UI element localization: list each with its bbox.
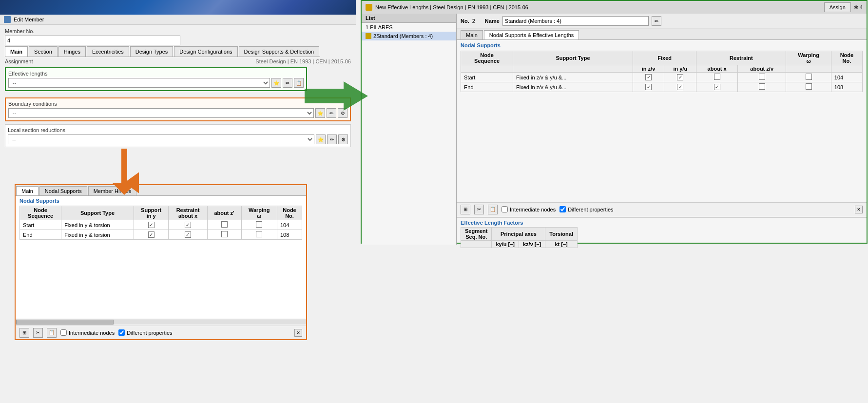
- td-start-w: [241, 220, 277, 230]
- no-label: No.: [461, 18, 469, 24]
- tab-eccentricities[interactable]: Eccentricities: [87, 46, 129, 57]
- nth-about-zv: about z/v: [737, 65, 786, 73]
- table-row: Start Fixed in y & torsion 104: [20, 220, 302, 230]
- cb-new-start-yu[interactable]: [677, 74, 683, 80]
- different-properties-cb-new[interactable]: [559, 206, 566, 212]
- nodal-panel-orange-tabs: Main Nodal Supports Member Hinges: [16, 185, 306, 196]
- name-edit-btn[interactable]: ✏: [652, 16, 661, 26]
- svg-marker-4: [305, 81, 368, 111]
- boundary-conditions-label: Boundary conditions: [8, 101, 347, 107]
- cb-start-y[interactable]: [148, 222, 154, 228]
- nodal-tab-main[interactable]: Main: [16, 186, 39, 195]
- edit-member-titlebar: Edit Member: [0, 15, 356, 25]
- cb-new-start-ax[interactable]: [714, 74, 720, 80]
- tab-design-supports[interactable]: Design Supports & Deflection: [239, 46, 320, 57]
- intermediate-nodes-cb-new[interactable]: [502, 206, 508, 212]
- effective-lengths-btn2[interactable]: ✏: [283, 78, 292, 88]
- cb-new-end-yu[interactable]: [677, 84, 683, 90]
- nodal-supports-title-new: Nodal Supports: [461, 42, 863, 48]
- ntd-end-yu: [664, 82, 696, 92]
- ntd-end-zv: [633, 82, 664, 92]
- cb-start-rx[interactable]: [185, 222, 191, 228]
- cb-end-rx[interactable]: [185, 231, 191, 238]
- local-section-btn2[interactable]: ✏: [327, 134, 337, 144]
- local-section-row: -- ⭐ ✏ ⚙: [8, 134, 348, 144]
- intermediate-nodes-cb-orange[interactable]: [60, 329, 67, 336]
- effective-lengths-label: Effective lengths: [8, 71, 304, 77]
- green-right-arrow: [305, 79, 368, 113]
- cb-new-start-w[interactable]: [806, 74, 812, 80]
- close-btn-orange[interactable]: ×: [294, 329, 302, 337]
- effective-lengths-select[interactable]: --: [8, 78, 270, 88]
- cb-new-end-azv[interactable]: [759, 83, 765, 90]
- td-end-node: 108: [277, 230, 302, 240]
- effective-lengths-btn1[interactable]: ⭐: [271, 78, 281, 88]
- toolbar-btn1-orange[interactable]: ⊞: [19, 328, 29, 338]
- detail-tab-main[interactable]: Main: [461, 30, 483, 39]
- th-restraint-z: about z': [207, 206, 241, 220]
- tab-section[interactable]: Section: [29, 46, 58, 57]
- tab-hinges[interactable]: Hinges: [58, 46, 86, 57]
- header-decorative: [0, 0, 356, 15]
- local-section-select[interactable]: --: [8, 134, 314, 144]
- nodal-supports-section-new: Nodal Supports NodeSequence Support Type…: [457, 40, 867, 95]
- elf-th-seg: SegmentSeq. No.: [461, 228, 492, 241]
- nth-type: Support Type: [513, 51, 633, 65]
- member-no-input[interactable]: [5, 36, 180, 45]
- tab-main[interactable]: Main: [5, 46, 28, 57]
- list-item-standard[interactable]: 2 Standard (Members : 4): [362, 32, 456, 40]
- toolbar-btn2-new[interactable]: ✂: [474, 205, 484, 214]
- nodal-supports-title-orange: Nodal Supports: [16, 196, 306, 206]
- toolbar-btn3-new[interactable]: 📋: [488, 205, 498, 214]
- tab-design-types[interactable]: Design Types: [130, 46, 173, 57]
- table-row: End Fixed in y & torsion 108: [20, 230, 302, 240]
- cb-start-rz[interactable]: [221, 221, 228, 228]
- local-section-btn1[interactable]: ⭐: [316, 134, 326, 144]
- td-end-seq: End: [20, 230, 61, 240]
- assign-button[interactable]: Assign: [824, 2, 851, 12]
- panel-title: Edit Member: [14, 17, 44, 22]
- no-field: No. 2: [461, 18, 475, 24]
- elf-th-kt: kt [–]: [545, 241, 578, 248]
- different-properties-label-new: Different properties: [559, 206, 613, 212]
- different-properties-cb-orange[interactable]: [118, 329, 125, 336]
- elf-th-torsional: Torsional: [545, 228, 578, 241]
- detail-tab-nodal-supports[interactable]: Nodal Supports & Effective Lengths: [484, 30, 579, 39]
- local-section-box: Local section reductions -- ⭐ ✏ ⚙: [5, 124, 351, 147]
- cb-end-y[interactable]: [148, 231, 154, 238]
- close-btn-new[interactable]: ×: [855, 206, 863, 213]
- cb-end-rz[interactable]: [221, 231, 228, 237]
- scrollbar-h-orange[interactable]: [16, 319, 306, 325]
- local-section-btn3[interactable]: ⚙: [338, 134, 348, 144]
- list-panel: List 1 PILARES 2 Standard (Members : 4): [362, 14, 457, 245]
- nodal-tab-nodal-supports[interactable]: Nodal Supports: [39, 186, 87, 195]
- name-input[interactable]: [502, 16, 649, 26]
- ntd-end-type: Fixed in z/v & y/u &...: [513, 82, 633, 92]
- cb-new-end-w[interactable]: [806, 83, 812, 90]
- ntd-start-w: [786, 73, 831, 82]
- cb-new-start-azv[interactable]: [759, 74, 765, 80]
- toolbar-btn2-orange[interactable]: ✂: [33, 328, 43, 338]
- cb-new-end-zv[interactable]: [645, 84, 652, 90]
- cb-end-w[interactable]: [256, 231, 262, 237]
- th-node-seq: NodeSequence: [20, 206, 61, 220]
- toolbar-btn3-orange[interactable]: 📋: [47, 328, 57, 338]
- boundary-conditions-select[interactable]: --: [8, 108, 314, 118]
- tab-design-configurations[interactable]: Design Configurations: [174, 46, 237, 57]
- nth-node-no: NodeNo.: [831, 51, 862, 65]
- effective-lengths-btn3[interactable]: 📋: [294, 78, 304, 88]
- cb-new-end-ax[interactable]: [714, 84, 720, 90]
- ntd-end-w: [786, 82, 831, 92]
- scrollbar-thumb-orange[interactable]: [16, 320, 114, 325]
- list-item-pilares[interactable]: 1 PILARES: [362, 23, 456, 32]
- cb-start-w[interactable]: [256, 221, 262, 228]
- ntd-end-azv: [737, 82, 786, 92]
- ntd-start-azv: [737, 73, 786, 82]
- ntd-end-ax: [696, 82, 738, 92]
- member-no-section: Member No.: [5, 28, 361, 45]
- cb-new-start-zv[interactable]: [645, 74, 652, 80]
- toolbar-btn1-new[interactable]: ⊞: [461, 205, 470, 214]
- new-panel-toolbar: ⊞ ✂ 📋 Intermediate nodes Different prope…: [457, 202, 867, 216]
- nodal-table-orange-container: NodeSequence Support Type Supportin y Re…: [16, 206, 306, 240]
- effective-lengths-box: Effective lengths -- ⭐ ✏ 📋: [5, 67, 307, 91]
